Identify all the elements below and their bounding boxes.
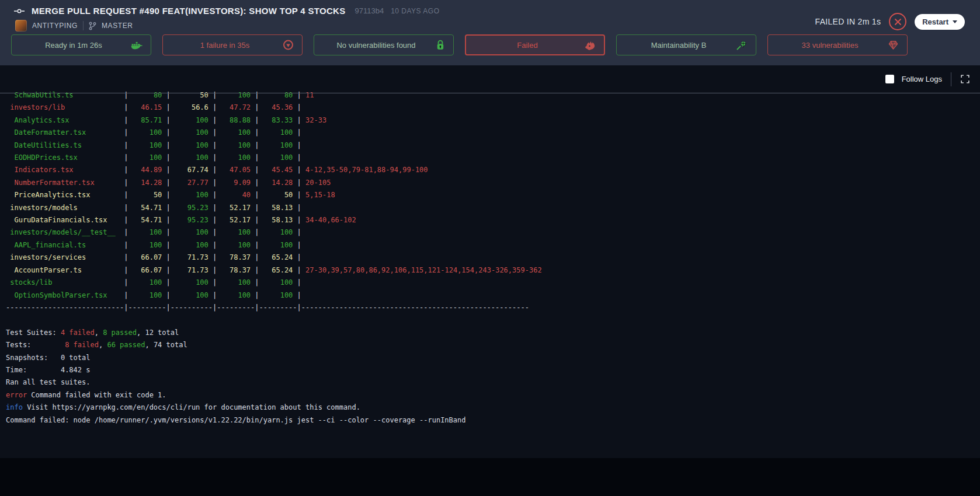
badge-label: Ready in 1m 26s bbox=[45, 41, 117, 50]
chevron-down-icon bbox=[953, 20, 957, 23]
log-line: error Command failed with exit code 1. bbox=[6, 389, 980, 401]
log-line: EODHDPrices.tsx | 100 | 100 | 100 | 100 … bbox=[6, 152, 980, 164]
divider bbox=[83, 21, 84, 30]
badge-build-ready[interactable]: Ready in 1m 26s bbox=[11, 34, 151, 55]
page-title: MERGE PULL REQUEST #490 FEAT(INVESTORS):… bbox=[32, 6, 346, 16]
log-line: Test Suites: 4 failed, 8 passed, 12 tota… bbox=[6, 327, 980, 339]
badge-label: 1 failure in 35s bbox=[200, 41, 265, 50]
log-line: investors/services | 66.07 | 71.73 | 78.… bbox=[6, 252, 980, 264]
badge-vulnerabilities[interactable]: 33 vulnerabilities bbox=[767, 34, 908, 55]
log-line: OptionSymbolParser.tsx | 100 | 100 | 100… bbox=[6, 289, 980, 302]
log-line: info Visit https://yarnpkg.com/en/docs/c… bbox=[6, 401, 980, 414]
log-line: NumberFormatter.tsx | 14.28 | 27.77 | 9.… bbox=[6, 177, 980, 189]
follow-logs-checkbox[interactable] bbox=[885, 75, 894, 83]
branch-name: MASTER bbox=[102, 22, 133, 30]
fullscreen-icon[interactable] bbox=[960, 74, 970, 84]
gem-icon bbox=[888, 40, 899, 50]
log-line: DateFormatter.tsx | 100 | 100 | 100 | 10… bbox=[6, 127, 980, 139]
action-badges-row: Ready in 1m 26s 1 failure in 35s No vuln… bbox=[0, 30, 980, 65]
follow-logs-label[interactable]: Follow Logs bbox=[902, 75, 942, 83]
log-line: investors/models/__test__ | 100 | 100 | … bbox=[6, 226, 980, 239]
log-line: GuruDataFinancials.tsx | 54.71 | 95.23 |… bbox=[6, 214, 980, 226]
badge-label: Failed bbox=[517, 41, 552, 50]
badge-failed-service[interactable]: Failed bbox=[465, 34, 605, 55]
badge-label: 33 vulnerabilities bbox=[802, 41, 874, 50]
badge-maintainability[interactable]: Maintainability B bbox=[616, 34, 756, 55]
log-line: AAPL_financial.ts | 100 | 100 | 100 | 10… bbox=[6, 239, 980, 252]
toolbar-divider bbox=[951, 72, 951, 86]
log-line: investors/lib | 46.15 | 56.6 | 47.72 | 4… bbox=[6, 102, 980, 114]
log-line: investors/models | 54.71 | 95.23 | 52.17… bbox=[6, 202, 980, 214]
log-line: Command failed: node /home/runner/.yvm/v… bbox=[6, 414, 980, 427]
log-line: AccountParser.ts | 66.07 | 71.73 | 78.37… bbox=[6, 264, 980, 277]
branch-icon bbox=[89, 22, 96, 30]
build-status-text: FAILED IN 2m 1s bbox=[815, 17, 881, 26]
title-row: MERGE PULL REQUEST #490 FEAT(INVESTORS):… bbox=[14, 6, 439, 16]
build-header: MERGE PULL REQUEST #490 FEAT(INVESTORS):… bbox=[0, 0, 980, 30]
lock-icon bbox=[436, 40, 445, 51]
badge-test-failure[interactable]: 1 failure in 35s bbox=[162, 34, 303, 55]
restart-button[interactable]: Restart bbox=[915, 14, 965, 30]
log-line: Snapshots: 0 total bbox=[6, 352, 980, 364]
author-branch-row: ANTITYPING MASTER bbox=[15, 20, 439, 32]
gem-brush-icon bbox=[736, 40, 748, 51]
badge-label: Maintainability B bbox=[651, 41, 722, 50]
log-line: Analytics.tsx | 85.71 | 100 | 88.88 | 83… bbox=[6, 114, 980, 127]
build-header-right: FAILED IN 2m 1s Restart bbox=[815, 13, 965, 30]
log-line: Ran all test suites. bbox=[6, 376, 980, 389]
target-icon bbox=[283, 40, 294, 51]
log-line: DateUtilities.ts | 100 | 100 | 100 | 100… bbox=[6, 139, 980, 152]
log-line: Time: 4.842 s bbox=[6, 364, 980, 376]
docker-icon bbox=[131, 40, 143, 50]
commit-hash[interactable]: 97113b4 bbox=[355, 6, 384, 15]
commit-icon bbox=[14, 6, 25, 16]
log-toolbar: Follow Logs bbox=[0, 65, 980, 93]
log-output: SchwabUtils.ts | 80 | 50 | 100 | 80 | 11… bbox=[0, 89, 980, 427]
build-header-left: MERGE PULL REQUEST #490 FEAT(INVESTORS):… bbox=[14, 6, 439, 32]
log-line bbox=[6, 314, 980, 326]
badge-label: No vulnerabilities found bbox=[336, 41, 430, 50]
log-line: Tests: 8 failed, 66 passed, 74 total bbox=[6, 339, 980, 351]
log-line: PriceAnalytics.tsx | 50 | 100 | 40 | 50 … bbox=[6, 189, 980, 201]
avatar bbox=[15, 20, 27, 32]
log-line: ----------------------------|---------|-… bbox=[6, 302, 980, 314]
jest-icon bbox=[584, 40, 596, 50]
log-line: stocks/lib | 100 | 100 | 100 | 100 | bbox=[6, 277, 980, 289]
top-bar: MERGE PULL REQUEST #490 FEAT(INVESTORS):… bbox=[0, 0, 980, 65]
failed-status-close-icon[interactable] bbox=[889, 13, 906, 30]
time-ago: 10 DAYS AGO bbox=[391, 7, 439, 15]
log-line: Indicators.tsx | 44.89 | 67.74 | 47.05 |… bbox=[6, 164, 980, 176]
log-panel: Follow Logs SchwabUtils.ts | 80 | 50 | 1… bbox=[0, 65, 980, 458]
author-name: ANTITYPING bbox=[32, 22, 78, 30]
restart-button-label: Restart bbox=[922, 18, 948, 26]
badge-no-vulnerabilities[interactable]: No vulnerabilities found bbox=[314, 34, 454, 55]
